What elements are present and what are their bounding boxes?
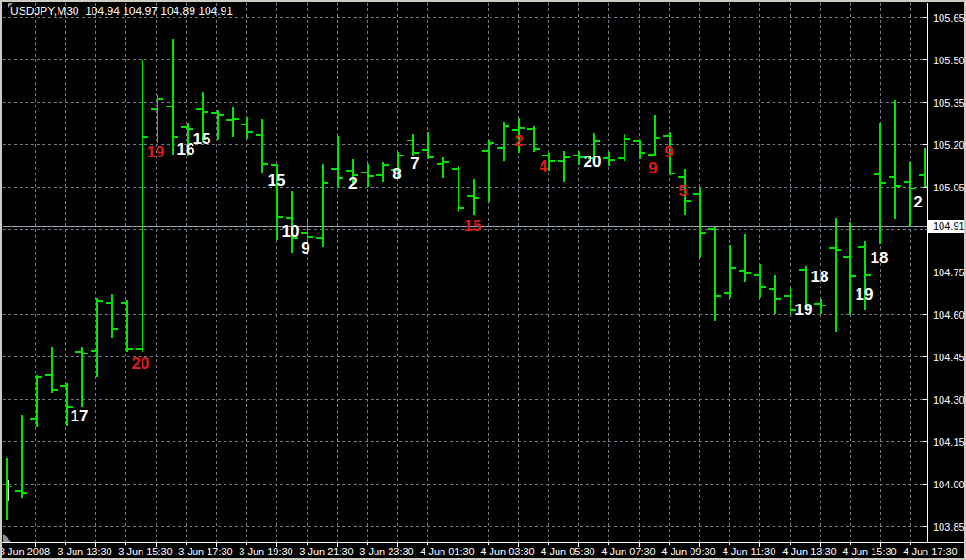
time-axis-label: 3 Jun 15:30 xyxy=(118,546,173,557)
price-chart-canvas[interactable]: 171615151092872019181918219202415995105.… xyxy=(0,0,966,560)
ohlc-bar xyxy=(497,122,509,161)
current-price-label: 104.91 xyxy=(933,221,965,232)
price-axis[interactable]: 105.65105.50105.35105.20105.05104.75104.… xyxy=(923,12,965,533)
time-axis-label: 3 Jun 2008 xyxy=(0,546,50,557)
ohlc-bar xyxy=(814,299,826,314)
ohlc-bar xyxy=(739,234,751,281)
bar-count-label-white: 19 xyxy=(856,286,874,304)
ohlc-bar xyxy=(136,60,148,352)
bar-count-label-red: 5 xyxy=(678,182,687,200)
ohlc-bar xyxy=(166,39,178,155)
price-axis-label: 104.15 xyxy=(933,436,965,448)
time-axis-label: 4 Jun 15:30 xyxy=(842,546,897,557)
bar-count-label-white: 17 xyxy=(71,407,89,425)
time-axis-label: 4 Jun 13:30 xyxy=(782,546,837,557)
time-axis-label: 3 Jun 17:30 xyxy=(178,546,233,557)
time-axis-label: 4 Jun 09:30 xyxy=(661,546,716,557)
ohlc-bar xyxy=(361,164,374,186)
bar-count-label-white: 18 xyxy=(811,268,829,286)
time-axis-label: 4 Jun 07:30 xyxy=(601,546,656,557)
ohlc-bar xyxy=(422,132,434,159)
price-axis-label: 104.00 xyxy=(933,479,965,490)
time-axis-label: 4 Jun 17:30 xyxy=(903,546,958,557)
chart-begin-triangle-bottom xyxy=(3,534,11,542)
ohlc-bar xyxy=(482,140,494,203)
ohlc-bar xyxy=(437,157,449,178)
bar-count-label-white: 15 xyxy=(268,172,286,189)
ohlc-bar xyxy=(874,123,886,243)
price-axis-label: 105.50 xyxy=(933,55,965,66)
chart-title: USDJPY,M30 104.94 104.97 104.89 104.91 xyxy=(10,5,233,18)
ohlc-bar xyxy=(603,152,615,166)
ohlc-bar xyxy=(45,347,58,392)
ohlc-bar xyxy=(633,140,645,159)
bar-count-label-red: 20 xyxy=(132,354,150,372)
bar-count-label-white: 20 xyxy=(584,153,602,171)
bar-count-label-white: 2 xyxy=(913,193,922,211)
ohlc-bar xyxy=(331,136,343,189)
ohlc-bar xyxy=(75,347,88,407)
ohlc-bar xyxy=(708,226,721,321)
ohlc-bar xyxy=(558,151,570,181)
ohlc-bar xyxy=(211,110,224,140)
bar-count-label-red: 2 xyxy=(514,132,523,150)
bar-count-label-white: 15 xyxy=(193,130,211,148)
ohlc-bar xyxy=(693,188,706,257)
bar-count-label-white: 2 xyxy=(348,174,357,192)
price-axis-label: 105.35 xyxy=(933,97,965,108)
ohlc-bar xyxy=(724,245,736,298)
bar-count-label-white: 19 xyxy=(795,301,813,319)
bar-count-label-white: 18 xyxy=(871,249,889,267)
time-axis-label: 4 Jun 05:30 xyxy=(541,546,595,557)
window-frame-top xyxy=(0,0,966,2)
ohlc-bar xyxy=(15,415,27,498)
time-axis-label: 4 Jun 01:30 xyxy=(420,546,475,557)
ohlc-bar xyxy=(527,126,540,152)
time-axis-label: 4 Jun 11:30 xyxy=(723,546,776,557)
time-axis[interactable]: 3 Jun 20083 Jun 13:303 Jun 15:303 Jun 17… xyxy=(0,542,958,557)
time-axis-label: 4 Jun 03:30 xyxy=(480,546,535,557)
plot-area[interactable]: 171615151092872019181918219202415995 xyxy=(3,2,931,542)
bar-count-label-white: 7 xyxy=(410,155,419,173)
window-frame-left xyxy=(0,0,2,560)
price-axis-label: 104.60 xyxy=(933,309,965,321)
bar-count-label-red: 4 xyxy=(539,157,548,175)
ohlc-bar xyxy=(226,107,239,138)
bar-count-label-white: 8 xyxy=(392,165,401,183)
price-axis-label: 105.05 xyxy=(933,182,965,193)
ohlc-bar xyxy=(316,164,328,247)
price-axis-label: 105.20 xyxy=(933,140,965,151)
bar-count-label-white: 10 xyxy=(282,222,300,240)
ohlc-bar xyxy=(618,134,630,161)
ohlc-bar xyxy=(376,162,389,181)
ohlc-bar xyxy=(919,148,931,189)
price-axis-label: 105.65 xyxy=(933,12,965,24)
ohlc-bar xyxy=(452,166,464,212)
time-axis-label: 3 Jun 19:30 xyxy=(239,546,293,557)
ohlc-bar xyxy=(843,222,856,315)
price-axis-label: 104.45 xyxy=(933,352,965,363)
ohlc-bar xyxy=(648,115,660,156)
ohlc-bar xyxy=(754,264,766,298)
price-axis-label: 104.30 xyxy=(933,394,965,405)
ohlc-bar xyxy=(91,298,103,377)
price-axis-label: 103.85 xyxy=(933,521,965,533)
price-axis-label: 104.75 xyxy=(933,267,965,278)
ohlc-bar xyxy=(121,300,133,352)
bar-count-label-red: 15 xyxy=(464,217,482,235)
time-axis-label: 3 Jun 21:30 xyxy=(299,546,354,557)
ohlc-bar xyxy=(889,100,901,218)
chart-window: 171615151092872019181918219202415995105.… xyxy=(0,0,966,560)
bar-count-label-red: 9 xyxy=(648,159,657,177)
time-axis-label: 3 Jun 13:30 xyxy=(58,546,112,557)
ohlc-bar xyxy=(106,294,118,338)
ohlc-bar xyxy=(769,275,781,313)
time-axis-label: 3 Jun 23:30 xyxy=(359,546,414,557)
bar-count-label-red: 9 xyxy=(664,143,673,161)
ohlc-bar xyxy=(241,117,253,140)
ohlc-bar xyxy=(256,119,268,172)
bar-count-label-white: 9 xyxy=(301,239,309,257)
ohlc-bar xyxy=(467,179,479,214)
ohlc-bar xyxy=(30,375,42,427)
bar-count-label-red: 19 xyxy=(147,143,165,161)
